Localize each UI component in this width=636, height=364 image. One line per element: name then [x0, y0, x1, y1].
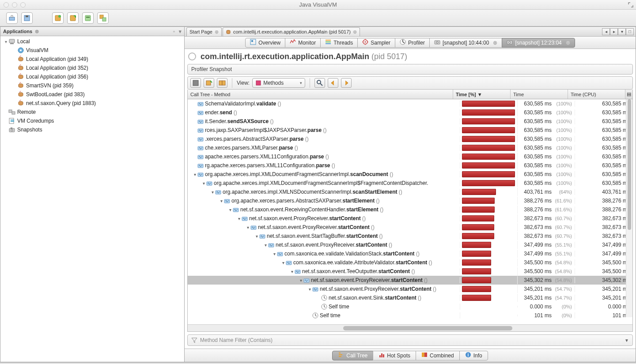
disclosure-icon[interactable]: ▾: [263, 243, 268, 248]
panel-menu-icon[interactable]: ▾: [179, 29, 182, 34]
tree-node[interactable]: SmartSVN (pid 359): [0, 81, 184, 90]
table-body[interactable]: SchemaValidatorImpl.validate ()630,585 m…: [188, 99, 632, 324]
bottom-tab-hot-spots[interactable]: Hot Spots: [373, 351, 416, 360]
close-icon[interactable]: ⊗: [493, 40, 497, 46]
table-row[interactable]: che.xerces.parsers.XMLParser.parse ()630…: [188, 143, 632, 152]
tab-start-page[interactable]: Start Page ⊗: [186, 27, 222, 36]
tree-node[interactable]: Snapshots: [0, 125, 184, 134]
table-row[interactable]: SchemaValidatorImpl.validate ()630,585 m…: [188, 99, 632, 108]
subtab--snapshot----------[interactable]: [snapshot] 10:44:00⊗: [429, 38, 502, 48]
subtab--snapshot----------[interactable]: [snapshot] 12:23:04⊗: [502, 38, 575, 48]
subtab-profiler[interactable]: Profiler: [395, 38, 430, 48]
thread-dump-button[interactable]: [67, 12, 79, 24]
subtab-sampler[interactable]: Sampler: [357, 38, 395, 48]
close-icon[interactable]: ⊗: [353, 29, 357, 35]
table-row[interactable]: rg.apache.xerces.parsers.XML11Configurat…: [188, 161, 632, 170]
table-row[interactable]: ▾org.apache.xerces.parsers.AbstractSAXPa…: [188, 196, 632, 205]
col-time-pct[interactable]: Time [%] ▼: [453, 90, 511, 99]
find-prev-button[interactable]: [328, 78, 338, 88]
table-row[interactable]: ▾org.apache.xerces.impl.XMLNSDocumentSca…: [188, 188, 632, 196]
table-row[interactable]: ▾net.sf.saxon.event.ProxyReceiver.startC…: [188, 214, 632, 223]
tree-node[interactable]: VM Coredumps: [0, 116, 184, 125]
col-method[interactable]: Call Tree - Method: [188, 90, 453, 99]
table-row[interactable]: ▾net.sf.saxon.event.ReceivingContentHand…: [188, 205, 632, 214]
horizontal-scrollbar[interactable]: [188, 324, 632, 331]
col-time-cpu[interactable]: Time (CPU): [568, 90, 625, 99]
tree-node[interactable]: VisualVM: [0, 46, 184, 55]
disclosure-icon[interactable]: ▾: [201, 181, 206, 186]
export-button[interactable]: [204, 78, 214, 88]
table-row[interactable]: ▾net.sf.saxon.event.ProxyReceiver.startC…: [188, 285, 632, 293]
column-config-icon[interactable]: ▤: [625, 90, 632, 99]
close-icon[interactable]: ⊗: [566, 40, 570, 46]
table-row[interactable]: ▾net.sf.saxon.event.StartTagBuffer.start…: [188, 232, 632, 240]
tree-node[interactable]: net.sf.saxon.Query (pid 1883): [0, 99, 184, 108]
panel-close-icon[interactable]: ⊗: [35, 29, 39, 34]
table-row[interactable]: rces.jaxp.SAXParserImpl$JAXPSAXParser.pa…: [188, 126, 632, 135]
tab-prev-button[interactable]: ◂: [602, 28, 610, 35]
disclosure-icon[interactable]: ▾: [272, 251, 277, 256]
zoom-window-icon[interactable]: [20, 2, 26, 8]
subtab-overview[interactable]: Overview: [245, 38, 285, 48]
bottom-tab-combined[interactable]: Combined: [416, 351, 460, 360]
table-row[interactable]: ▾net.sf.saxon.event.TeeOutputter.startCo…: [188, 267, 632, 276]
table-row[interactable]: net.sf.saxon.event.Sink.startContent ()3…: [188, 293, 632, 302]
table-row[interactable]: ▾net.sf.saxon.event.ProxyReceiver.startC…: [188, 276, 632, 285]
disclosure-icon[interactable]: ▾: [254, 234, 259, 239]
col-time[interactable]: Time: [511, 90, 568, 99]
find-next-button[interactable]: [341, 78, 352, 88]
view-select[interactable]: Methods: [252, 78, 305, 88]
disclosure-icon[interactable]: ▾: [227, 207, 233, 212]
filter-bar[interactable]: Method Name Filter (Contains) ▼: [187, 334, 633, 346]
close-window-icon[interactable]: [4, 2, 9, 8]
load-button[interactable]: [6, 12, 18, 24]
close-icon[interactable]: ⊗: [215, 29, 219, 35]
fullscreen-icon[interactable]: [628, 2, 633, 8]
tab-next-button[interactable]: ▸: [610, 28, 618, 35]
bottom-tab-call-tree[interactable]: Call Tree: [332, 351, 373, 360]
tab-appmain[interactable]: com.intellij.rt.execution.application.Ap…: [223, 27, 360, 36]
subtab-threads[interactable]: Threads: [320, 38, 358, 48]
disclosure-icon[interactable]: ▾: [236, 216, 242, 221]
vertical-scrollbar[interactable]: [626, 99, 632, 317]
table-row[interactable]: .xerces.parsers.AbstractSAXParser.parse …: [188, 135, 632, 143]
disclosure-icon[interactable]: ▾: [210, 190, 215, 195]
panel-minimize-icon[interactable]: ▫: [173, 29, 175, 34]
minimize-window-icon[interactable]: [12, 2, 17, 8]
table-row[interactable]: ▾net.sf.saxon.event.ProxyReceiver.startC…: [188, 223, 632, 232]
disclosure-icon[interactable]: ▾: [280, 260, 286, 265]
table-row[interactable]: ender.send ()630,585 ms(100%)630,585 ms: [188, 108, 632, 117]
disclosure-icon[interactable]: ▾: [219, 199, 224, 203]
tab-maximize-button[interactable]: □: [626, 28, 634, 35]
app-snapshot-button[interactable]: [52, 12, 64, 24]
disclosure-icon[interactable]: ▾: [192, 172, 197, 177]
find-button[interactable]: [314, 78, 325, 88]
disclosure-icon[interactable]: ▾: [245, 225, 250, 230]
compare-button[interactable]: [217, 78, 227, 88]
table-row[interactable]: ▾org.apache.xerces.impl.XMLDocumentFragm…: [188, 179, 632, 188]
table-row[interactable]: apache.xerces.parsers.XML11Configuration…: [188, 152, 632, 161]
tree-node[interactable]: Local Application (pid 349): [0, 55, 184, 64]
table-row[interactable]: ▾net.sf.saxon.event.ProxyReceiver.startC…: [188, 240, 632, 249]
table-row[interactable]: ▾ org.apache.xerces.impl.XMLDocumentFrag…: [188, 170, 632, 179]
bottom-tab-info[interactable]: iInfo: [459, 351, 488, 360]
heap-dump-button[interactable]: [82, 12, 94, 24]
save-button[interactable]: [21, 12, 33, 24]
tree-node[interactable]: ▾Local: [0, 37, 184, 46]
disclosure-icon[interactable]: ▾: [298, 278, 303, 283]
table-row[interactable]: ▾com.saxonica.ee.validate.ValidationStac…: [188, 249, 632, 258]
table-row[interactable]: Self time0.000 ms(0%)0.000 ms: [188, 302, 632, 311]
disclosure-icon[interactable]: ▾: [289, 269, 295, 274]
table-row[interactable]: it.Sender.sendSAXSource ()630,585 ms(100…: [188, 117, 632, 126]
chevron-down-icon[interactable]: ▼: [625, 338, 629, 343]
disclosure-icon[interactable]: ▾: [307, 287, 312, 292]
tree-node[interactable]: Local Application (pid 352): [0, 64, 184, 72]
save-snapshot-button[interactable]: [190, 78, 201, 88]
table-row[interactable]: ▾com.saxonica.ee.validate.AttributeValid…: [188, 258, 632, 267]
table-row[interactable]: Self time101 ms(0%)101 ms: [188, 311, 632, 320]
tab-list-button[interactable]: ▾: [618, 28, 626, 35]
applications-tree[interactable]: ▾LocalVisualVMLocal Application (pid 349…: [0, 36, 184, 362]
tree-node[interactable]: Local Application (pid 356): [0, 72, 184, 81]
tree-node[interactable]: Remote: [0, 108, 184, 116]
tree-node[interactable]: SwtBootLoader (pid 383): [0, 90, 184, 99]
